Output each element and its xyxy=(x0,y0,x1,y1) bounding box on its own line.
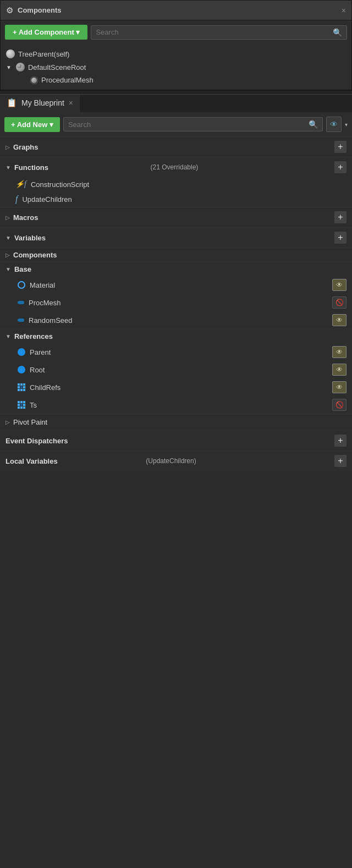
tree-item-treeparent[interactable]: TreeParent(self) xyxy=(1,47,351,61)
eye-icon: 👁 xyxy=(336,383,343,391)
add-new-button[interactable]: + Add New ▾ xyxy=(4,117,60,132)
variable-item-material[interactable]: Material 👁 xyxy=(0,276,352,294)
components-panel: ⚙ Components × + Add Component ▾ 🔍 TreeP… xyxy=(0,0,352,90)
eye-closed-icon: 🚫 xyxy=(336,401,344,409)
variables-add-button[interactable]: + xyxy=(334,232,346,244)
local-variables-add-button[interactable]: + xyxy=(334,455,346,467)
procmesh-visibility-button[interactable]: 🚫 xyxy=(332,296,346,309)
tree-item-label: DefaultSceneRoot xyxy=(28,63,86,72)
material-var-icon xyxy=(18,281,25,289)
base-group-arrow: ▼ xyxy=(6,266,11,272)
randomseed-visibility-button[interactable]: 👁 xyxy=(332,314,346,326)
functions-section-title: Functions xyxy=(14,163,151,172)
blueprint-tabs: 📋 My Blueprint × xyxy=(0,95,352,112)
collapse-arrow: ▼ xyxy=(6,64,12,70)
parent-visibility-button[interactable]: 👁 xyxy=(332,346,346,358)
variables-section-title: Variables xyxy=(14,234,334,242)
my-blueprint-panel: 📋 My Blueprint × + Add New ▾ 🔍 👁 ▾ ▷ Gra… xyxy=(0,95,352,471)
graphs-section-title: Graphs xyxy=(13,143,334,151)
local-variables-label: Local Variables xyxy=(6,457,144,465)
function-label: ConstructionScript xyxy=(31,180,89,189)
base-group-label: Base xyxy=(14,265,31,273)
references-variable-group[interactable]: ▼ References xyxy=(0,329,352,343)
components-tree: TreeParent(self) ▼ DefaultSceneRoot Proc… xyxy=(1,44,351,90)
tree-item-label: TreeParent(self) xyxy=(18,50,69,58)
visibility-dropdown-arrow[interactable]: ▾ xyxy=(345,122,348,128)
variables-collapse-arrow: ▼ xyxy=(6,235,11,241)
components-toolbar: + Add Component ▾ 🔍 xyxy=(1,20,351,44)
material-visibility-button[interactable]: 👁 xyxy=(332,279,346,291)
graphs-add-button[interactable]: + xyxy=(334,141,346,153)
variable-label: Ts xyxy=(30,401,37,409)
eye-icon: 👁 xyxy=(336,316,343,324)
eye-icon: 👁 xyxy=(336,348,343,356)
variable-item-ts[interactable]: Ts 🚫 xyxy=(0,396,352,414)
event-dispatchers-label: Event Dispatchers xyxy=(6,437,334,445)
base-variable-group[interactable]: ▼ Base xyxy=(0,262,352,276)
references-group-arrow: ▼ xyxy=(6,333,11,339)
function-label: UpdateChildren xyxy=(22,195,72,204)
childrefs-visibility-button[interactable]: 👁 xyxy=(332,381,346,393)
event-dispatchers-section[interactable]: Event Dispatchers + xyxy=(0,430,352,451)
blueprint-search-icon: 🔍 xyxy=(309,120,318,129)
macros-add-button[interactable]: + xyxy=(334,211,346,223)
pivot-paint-arrow: ▷ xyxy=(6,419,10,425)
eye-closed-icon: 🚫 xyxy=(336,299,344,306)
tree-item-proceduralmesh[interactable]: ProceduralMesh xyxy=(1,74,351,86)
procmesh-var-icon xyxy=(18,301,24,304)
pivot-paint-group[interactable]: ▷ Pivot Paint xyxy=(0,414,352,430)
functions-overridable-count: (21 Overridable) xyxy=(151,163,199,171)
functions-collapse-arrow: ▼ xyxy=(6,164,11,171)
references-group-label: References xyxy=(14,332,53,340)
root-visibility-button[interactable]: 👁 xyxy=(332,364,346,376)
variable-item-randomseed[interactable]: RandomSeed 👁 xyxy=(0,311,352,329)
components-group-label: Components xyxy=(13,251,57,259)
randomseed-var-icon xyxy=(18,318,24,322)
eye-icon: 👁 xyxy=(330,120,338,129)
construction-script-icon: ⚡f xyxy=(15,180,26,189)
graphs-section-header[interactable]: ▷ Graphs + xyxy=(0,136,352,157)
childrefs-var-icon xyxy=(18,383,25,391)
eye-icon: 👁 xyxy=(336,281,343,289)
tree-item-defaultsceneroot[interactable]: ▼ DefaultSceneRoot xyxy=(1,61,351,74)
blueprint-close-button[interactable]: × xyxy=(69,99,73,107)
components-search-box: 🔍 xyxy=(91,25,347,40)
blueprint-search-input[interactable] xyxy=(68,120,306,129)
proc-mesh-icon xyxy=(30,76,38,84)
components-search-input[interactable] xyxy=(96,28,331,36)
function-item-constructionscript[interactable]: ⚡f ConstructionScript xyxy=(0,177,352,191)
visibility-filter-button[interactable]: 👁 xyxy=(326,117,342,132)
event-dispatchers-add-button[interactable]: + xyxy=(334,435,346,447)
ts-var-icon xyxy=(18,401,25,409)
root-var-icon xyxy=(18,366,25,373)
blueprint-toolbar: + Add New ▾ 🔍 👁 ▾ xyxy=(0,112,352,136)
variable-item-parent[interactable]: Parent 👁 xyxy=(0,343,352,361)
components-close-button[interactable]: × xyxy=(342,7,346,14)
variable-item-procmesh[interactable]: ProcMesh 🚫 xyxy=(0,294,352,311)
functions-add-button[interactable]: + xyxy=(334,161,346,173)
add-component-button[interactable]: + Add Component ▾ xyxy=(5,25,87,40)
variable-label: ProcMesh xyxy=(29,299,61,307)
variable-label: Parent xyxy=(30,348,51,356)
local-variables-context: (UpdateChildren) xyxy=(146,457,196,465)
tree-item-label: ProceduralMesh xyxy=(41,76,94,84)
variable-item-root[interactable]: Root 👁 xyxy=(0,361,352,378)
ts-visibility-button[interactable]: 🚫 xyxy=(332,399,346,411)
macros-collapse-arrow: ▷ xyxy=(6,215,10,221)
graphs-collapse-arrow: ▷ xyxy=(6,144,10,150)
variables-section-header[interactable]: ▼ Variables + xyxy=(0,227,352,248)
components-variable-group[interactable]: ▷ Components xyxy=(0,248,352,262)
function-item-updatechildren[interactable]: f UpdateChildren xyxy=(0,191,352,207)
my-blueprint-tab[interactable]: 📋 My Blueprint × xyxy=(0,95,80,112)
functions-section-header[interactable]: ▼ Functions (21 Overridable) + xyxy=(0,157,352,177)
macros-section-header[interactable]: ▷ Macros + xyxy=(0,207,352,227)
components-panel-title: Components xyxy=(18,6,337,14)
variable-label: Material xyxy=(30,281,55,289)
pivot-paint-label: Pivot Paint xyxy=(13,418,47,426)
variable-item-childrefs[interactable]: ChildRefs 👁 xyxy=(0,378,352,396)
variable-label: ChildRefs xyxy=(30,383,61,392)
local-variables-section[interactable]: Local Variables (UpdateChildren) + xyxy=(0,451,352,471)
macros-section-title: Macros xyxy=(13,213,334,222)
sphere-icon xyxy=(6,50,15,58)
variable-label: Root xyxy=(30,366,45,374)
